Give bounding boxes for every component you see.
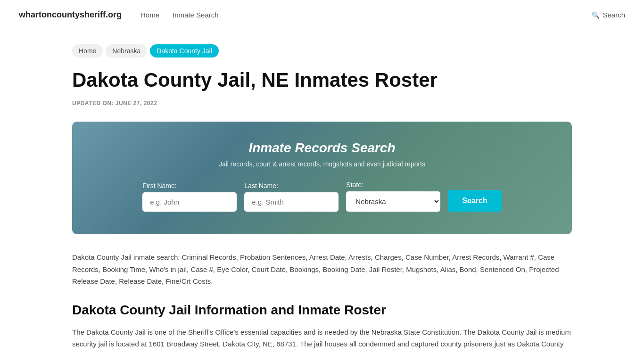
first-name-label: First Name: — [142, 182, 176, 189]
nav-links: Home Inmate Search — [140, 11, 592, 19]
state-label: State: — [346, 181, 363, 189]
breadcrumb: Home Nebraska Dakota County Jail — [72, 44, 572, 58]
search-button[interactable]: Search — [448, 190, 501, 212]
search-form: First Name: Last Name: State: AlabamaAla… — [100, 181, 544, 212]
widget-subtitle: Jail records, court & arrest records, mu… — [100, 160, 544, 168]
main-content: Home Nebraska Dakota County Jail Dakota … — [53, 30, 591, 362]
last-name-label: Last Name: — [244, 182, 278, 189]
breadcrumb-home[interactable]: Home — [72, 44, 103, 58]
body-paragraph-1: Dakota County Jail inmate search: Crimin… — [72, 251, 572, 288]
section-paragraph-2: The Dakota County Jail is one of the She… — [72, 326, 572, 350]
nav-search-label: Search — [603, 11, 625, 19]
search-icon: 🔍 — [592, 11, 600, 19]
nav-home[interactable]: Home — [140, 11, 159, 19]
navbar: whartoncountysheriff.org Home Inmate Sea… — [0, 0, 644, 30]
last-name-group: Last Name: — [244, 182, 339, 212]
last-name-input[interactable] — [244, 192, 339, 212]
breadcrumb-nebraska[interactable]: Nebraska — [106, 44, 147, 58]
section-heading: Dakota County Jail Information and Inmat… — [72, 303, 572, 318]
state-select[interactable]: AlabamaAlaskaArizonaArkansasCaliforniaCo… — [346, 191, 440, 212]
first-name-group: First Name: — [142, 182, 237, 212]
breadcrumb-dakota-county-jail[interactable]: Dakota County Jail — [150, 44, 219, 58]
nav-inmate-search[interactable]: Inmate Search — [173, 11, 219, 19]
first-name-input[interactable] — [142, 192, 237, 212]
page-title: Dakota County Jail, NE Inmates Roster — [72, 69, 572, 91]
search-widget: Inmate Records Search Jail records, cour… — [72, 122, 572, 234]
site-brand[interactable]: whartoncountysheriff.org — [19, 10, 122, 20]
section-paragraph-2-text: The Dakota County Jail is one of the She… — [72, 328, 571, 348]
updated-on: UPDATED ON: JUNE 27, 2022 — [72, 100, 572, 107]
nav-search[interactable]: 🔍 Search — [592, 11, 625, 19]
state-group: State: AlabamaAlaskaArizonaArkansasCalif… — [346, 181, 440, 212]
widget-title: Inmate Records Search — [100, 140, 544, 156]
